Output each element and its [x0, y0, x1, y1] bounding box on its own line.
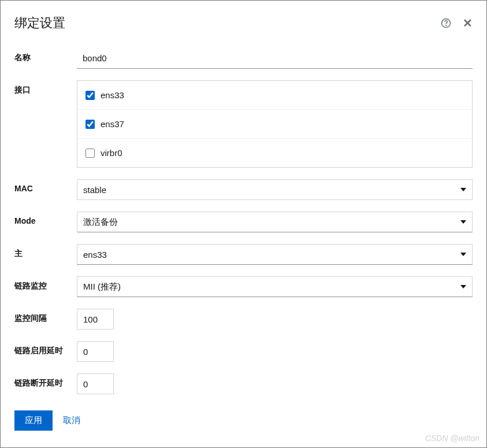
link-monitor-value: MII (推荐) [83, 282, 121, 293]
row-mac: MAC stable [14, 179, 473, 200]
label-link-up-delay: 链路启用延时 [14, 341, 77, 356]
interface-item[interactable]: ens33 [77, 81, 472, 109]
interfaces-list: ens33 ens37 virbr0 [77, 80, 473, 168]
row-link-monitor: 链路监控 MII (推荐) [14, 276, 473, 297]
label-name: 名称 [14, 48, 77, 63]
monitor-interval-input[interactable] [77, 309, 114, 329]
help-icon[interactable] [441, 18, 451, 28]
label-link-monitor: 链路监控 [14, 276, 77, 291]
interface-checkbox[interactable] [85, 91, 95, 100]
row-primary: 主 ens33 [14, 244, 473, 265]
mac-value: stable [83, 185, 106, 195]
mode-value: 激活备份 [83, 217, 118, 228]
caret-down-icon [460, 188, 466, 191]
row-interfaces: 接口 ens33 ens37 virbr0 [14, 80, 473, 168]
interface-checkbox[interactable] [85, 120, 95, 129]
primary-value: ens33 [83, 250, 107, 260]
watermark: CSDN @witton [425, 434, 479, 443]
actions: 应用 取消 [14, 410, 473, 431]
label-interfaces: 接口 [14, 80, 77, 95]
interface-label: ens33 [101, 90, 124, 100]
svg-point-1 [446, 25, 447, 25]
caret-down-icon [460, 220, 466, 224]
row-monitor-interval: 监控间隔 [14, 309, 473, 329]
modal-title: 绑定设置 [14, 14, 65, 32]
caret-down-icon [460, 285, 466, 288]
form: 名称 接口 ens33 ens37 [14, 48, 473, 431]
row-link-up-delay: 链路启用延时 [14, 341, 473, 362]
label-mac: MAC [14, 179, 77, 193]
link-down-delay-input[interactable] [77, 373, 114, 394]
link-monitor-select[interactable]: MII (推荐) [77, 276, 473, 297]
bond-settings-modal: 绑定设置 ✕ 名称 接口 [1, 1, 486, 447]
cancel-button[interactable]: 取消 [63, 415, 80, 426]
label-link-down-delay: 链路断开延时 [14, 373, 77, 388]
modal-header: 绑定设置 ✕ [14, 14, 473, 32]
caret-down-icon [460, 253, 466, 256]
interface-item[interactable]: ens37 [77, 109, 472, 138]
interface-label: virbr0 [101, 148, 122, 158]
row-name: 名称 [14, 48, 473, 69]
close-icon[interactable]: ✕ [463, 16, 473, 30]
primary-select[interactable]: ens33 [77, 244, 473, 265]
interface-label: ens37 [101, 119, 124, 129]
name-input[interactable] [77, 48, 473, 69]
apply-button[interactable]: 应用 [14, 410, 53, 431]
mode-select[interactable]: 激活备份 [77, 212, 473, 232]
mac-select[interactable]: stable [77, 179, 473, 200]
link-up-delay-input[interactable] [77, 341, 114, 362]
label-primary: 主 [14, 244, 77, 259]
label-monitor-interval: 监控间隔 [14, 309, 77, 324]
row-link-down-delay: 链路断开延时 [14, 373, 473, 394]
interface-checkbox[interactable] [85, 149, 95, 158]
interface-item[interactable]: virbr0 [77, 138, 472, 167]
header-icons: ✕ [441, 16, 473, 30]
label-mode: Mode [14, 212, 77, 225]
row-mode: Mode 激活备份 [14, 212, 473, 232]
